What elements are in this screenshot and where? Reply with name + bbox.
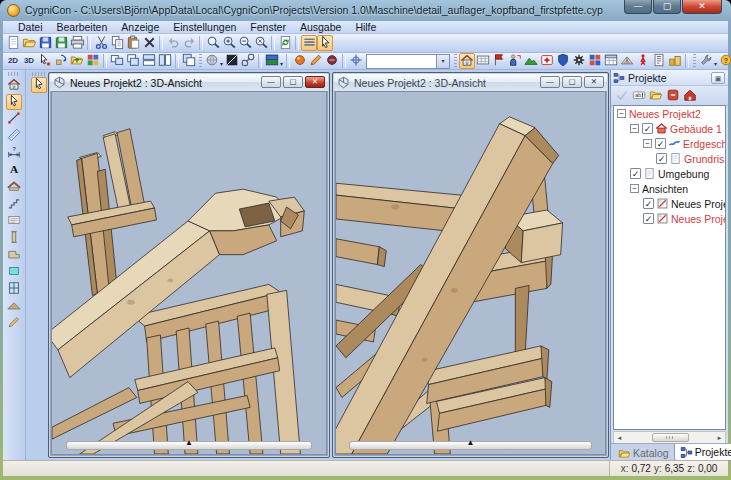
panel-options-button[interactable]: ▣ <box>711 72 725 84</box>
truss-button[interactable] <box>619 53 635 69</box>
win-cascade-button[interactable] <box>125 53 141 69</box>
undo-button[interactable] <box>165 35 181 51</box>
tree-item-ansichten[interactable]: −Ansichten <box>614 181 725 196</box>
zoom-out-button[interactable] <box>237 35 253 51</box>
scrollbar-track[interactable] <box>625 432 714 443</box>
mdi-left-maximize-button[interactable]: ▢ <box>283 76 303 88</box>
menu-item-hilfe[interactable]: Hilfe <box>348 21 383 33</box>
window-button[interactable] <box>587 53 603 69</box>
select-button[interactable] <box>317 35 333 51</box>
dimension-button[interactable]: ? <box>6 145 22 161</box>
viewport-3d-left[interactable]: ▲ <box>51 91 327 455</box>
tree-item-neues-proje[interactable]: ✓Neues Proje <box>614 211 725 226</box>
medical-button[interactable] <box>539 53 555 69</box>
toolbar-grip[interactable] <box>32 72 45 76</box>
delete-project-button[interactable] <box>665 88 681 104</box>
link-button[interactable] <box>240 53 256 69</box>
room-button[interactable] <box>6 264 22 280</box>
check-button[interactable] <box>614 88 630 104</box>
home-button[interactable] <box>6 77 22 93</box>
board-button[interactable] <box>6 213 22 229</box>
zoom-in-button[interactable] <box>221 35 237 51</box>
contrast-button[interactable] <box>224 53 240 69</box>
view-rotation-slider-right[interactable]: ▲ <box>349 441 591 450</box>
line-button[interactable] <box>6 111 22 127</box>
pencil-button[interactable] <box>6 315 22 331</box>
menu-item-ausgabe[interactable]: Ausgabe <box>293 21 348 33</box>
tree-checkbox[interactable]: ✓ <box>630 168 641 179</box>
helper-button[interactable]: ? <box>718 53 731 69</box>
pointer-button[interactable] <box>31 77 47 93</box>
zoom-button[interactable] <box>205 35 221 51</box>
mdi-window-right[interactable]: Neues Projekt2 : 3D-Ansicht — ▢ ✕ <box>332 72 609 458</box>
mdi-left-close-button[interactable]: ✕ <box>305 76 325 88</box>
tree-item-neues-projekt2[interactable]: −Neues Projekt2 <box>614 106 725 121</box>
scrollbar-thumb[interactable] <box>652 433 690 442</box>
terrain-button[interactable] <box>523 53 539 69</box>
tree-item-neues-proje[interactable]: ✓Neues Proje <box>614 196 725 211</box>
roof-button[interactable] <box>6 179 22 195</box>
doc-button[interactable] <box>651 53 667 69</box>
win-overlap-button[interactable] <box>109 53 125 69</box>
scroll-left-icon[interactable]: ◄ <box>614 435 625 441</box>
mdi-window-left[interactable]: Neues Projekt2 : 3D-Ansicht — ▢ ✕ <box>48 72 330 458</box>
layer-combobox[interactable]: ▾ <box>366 54 450 69</box>
scroll-right-icon[interactable]: ► <box>714 435 725 441</box>
ball-orange-button[interactable] <box>292 53 308 69</box>
building-red-button[interactable] <box>682 88 698 104</box>
paste-button[interactable] <box>125 35 141 51</box>
print-button[interactable] <box>69 35 85 51</box>
minimize-button[interactable]: — <box>624 0 652 14</box>
2d-button[interactable]: 2D <box>5 53 21 69</box>
mdi-right-minimize-button[interactable]: — <box>540 76 560 88</box>
shield-button[interactable] <box>555 53 571 69</box>
delete-button[interactable] <box>141 35 157 51</box>
win-copy-button[interactable] <box>181 53 197 69</box>
slider-handle-icon[interactable]: ▲ <box>185 439 193 447</box>
rotate-button[interactable] <box>53 53 69 69</box>
mdi-right-maximize-button[interactable]: ▢ <box>562 76 582 88</box>
mdi-left-minimize-button[interactable]: — <box>261 76 281 88</box>
tree-expander-icon[interactable]: − <box>617 109 626 118</box>
pencil-orange-button[interactable] <box>308 53 324 69</box>
chevron-down-icon[interactable]: ▾ <box>714 60 717 67</box>
tree-checkbox[interactable]: ✓ <box>655 138 666 149</box>
tree-expander-icon[interactable]: − <box>630 124 639 133</box>
cut-button[interactable] <box>93 35 109 51</box>
menu-item-fenster[interactable]: Fenster <box>243 21 293 33</box>
tree-checkbox[interactable]: ✓ <box>656 153 667 164</box>
chevron-down-icon[interactable]: ▾ <box>280 60 283 67</box>
toolbar-grip[interactable] <box>693 54 696 69</box>
tree-item-erdgeschos[interactable]: −✓Erdgeschos <box>614 136 725 151</box>
table-button[interactable] <box>603 53 619 69</box>
copy-button[interactable] <box>109 35 125 51</box>
win-tile-h-button[interactable] <box>141 53 157 69</box>
list-button[interactable] <box>301 35 317 51</box>
wall-button[interactable] <box>6 247 22 263</box>
ball-dark-button[interactable] <box>324 53 340 69</box>
tree-item-umgebung[interactable]: ✓Umgebung <box>614 166 725 181</box>
view-sphere-button[interactable] <box>204 53 220 69</box>
tree-checkbox[interactable]: ✓ <box>643 198 654 209</box>
mdi-window-right-titlebar[interactable]: Neues Projekt2 : 3D-Ansicht — ▢ ✕ <box>334 74 607 92</box>
window2-button[interactable] <box>6 281 22 297</box>
viewport-3d-right[interactable]: ▲ <box>335 91 606 455</box>
new-button[interactable] <box>5 35 21 51</box>
toolbar-grip[interactable] <box>454 54 457 69</box>
column-button[interactable] <box>6 230 22 246</box>
open-button[interactable] <box>21 35 37 51</box>
tree-checkbox[interactable]: ✓ <box>642 123 653 134</box>
tab-katalog[interactable]: Katalog <box>613 444 674 461</box>
rename-button[interactable]: ab <box>631 88 647 104</box>
house-button[interactable] <box>459 53 475 69</box>
tree-expander-icon[interactable]: − <box>643 139 652 148</box>
save-green-button[interactable] <box>53 35 69 51</box>
flag-button[interactable] <box>491 53 507 69</box>
tree-checkbox[interactable]: ✓ <box>643 213 654 224</box>
pointer-button[interactable] <box>6 94 22 110</box>
3d-button[interactable]: 3D <box>21 53 37 69</box>
maximize-button[interactable]: ▢ <box>653 0 681 14</box>
tree-item-grundris[interactable]: ✓Grundris <box>614 151 725 166</box>
roof2-button[interactable] <box>6 298 22 314</box>
view-rotation-slider-left[interactable]: ▲ <box>66 441 313 450</box>
